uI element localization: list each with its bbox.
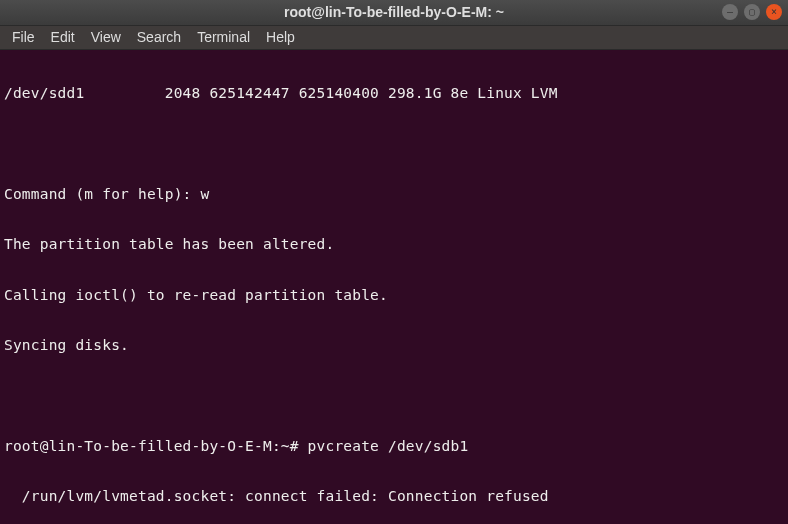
close-button[interactable]: × — [766, 4, 782, 20]
menu-file[interactable]: File — [4, 29, 43, 45]
menu-edit[interactable]: Edit — [43, 29, 83, 45]
terminal-line: Syncing disks. — [4, 337, 784, 354]
terminal-line — [4, 387, 784, 404]
terminal-line: The partition table has been altered. — [4, 236, 784, 253]
terminal-line: /run/lvm/lvmetad.socket: connect failed:… — [4, 488, 784, 505]
terminal-line: root@lin-To-be-filled-by-O-E-M:~# pvcrea… — [4, 438, 784, 455]
window-controls: – ▢ × — [722, 4, 782, 20]
terminal-line: Calling ioctl() to re-read partition tab… — [4, 287, 784, 304]
menu-help[interactable]: Help — [258, 29, 303, 45]
terminal-line: /dev/sdd1 2048 625142447 625140400 298.1… — [4, 85, 784, 102]
menubar: File Edit View Search Terminal Help — [0, 26, 788, 50]
menu-view[interactable]: View — [83, 29, 129, 45]
terminal-line — [4, 136, 784, 153]
menu-search[interactable]: Search — [129, 29, 189, 45]
menu-terminal[interactable]: Terminal — [189, 29, 258, 45]
minimize-button[interactable]: – — [722, 4, 738, 20]
terminal-line: Command (m for help): w — [4, 186, 784, 203]
maximize-button[interactable]: ▢ — [744, 4, 760, 20]
titlebar: root@lin-To-be-filled-by-O-E-M: ~ – ▢ × — [0, 0, 788, 26]
terminal-area[interactable]: /dev/sdd1 2048 625142447 625140400 298.1… — [0, 50, 788, 524]
window-title: root@lin-To-be-filled-by-O-E-M: ~ — [284, 4, 504, 20]
